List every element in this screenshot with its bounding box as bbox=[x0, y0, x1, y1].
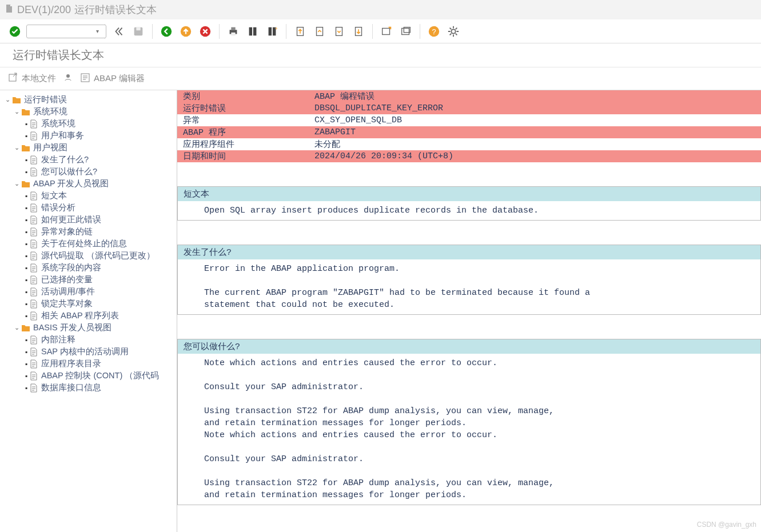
page-first-icon[interactable] bbox=[292, 23, 308, 39]
tree-item[interactable]: ▪关于在何处终止的信息 bbox=[1, 238, 176, 250]
tree-item[interactable]: ▪异常对象的链 bbox=[1, 226, 176, 238]
command-field[interactable] bbox=[26, 25, 106, 38]
tree-item[interactable]: ▪ABAP 控制块 (CONT) （源代码 bbox=[1, 370, 176, 382]
page-down-icon[interactable] bbox=[331, 23, 347, 39]
new-session-icon[interactable] bbox=[378, 23, 395, 39]
watermark: CSDN @gavin_gxh bbox=[697, 521, 756, 529]
toolbar-separator bbox=[372, 24, 373, 39]
svg-rect-8 bbox=[231, 32, 235, 35]
info-row: 运行时错误DBSQL_DUPLICATE_KEY_ERROR bbox=[177, 102, 761, 114]
svg-point-19 bbox=[451, 29, 455, 33]
tree-item[interactable]: ▪短文本 bbox=[1, 190, 176, 202]
tree-item[interactable]: ▪SAP 内核中的活动调用 bbox=[1, 346, 176, 358]
bullet-icon: ▪ bbox=[24, 192, 29, 200]
expand-toggle-icon[interactable]: ⌄ bbox=[3, 96, 11, 103]
tree-item[interactable]: ▪您可以做什么? bbox=[1, 166, 176, 178]
breakpoint-icon bbox=[63, 73, 73, 85]
cancel-icon[interactable] bbox=[197, 23, 213, 39]
section-header: 您可以做什么? bbox=[178, 339, 760, 354]
tree-item[interactable]: ⌄用户视图 bbox=[1, 142, 176, 154]
tree-item[interactable]: ▪锁定共享对象 bbox=[1, 298, 176, 310]
info-row: 日期和时间2024/04/26 20:09:34 (UTC+8) bbox=[177, 150, 761, 162]
action-bar: 本地文件 ABAP 编辑器 bbox=[0, 67, 761, 90]
document-icon bbox=[29, 287, 39, 297]
tree-item-label: ABAP 控制块 (CONT) （源代码 bbox=[41, 370, 159, 381]
tree-item[interactable]: ⌄ABAP 开发人员视图 bbox=[1, 178, 176, 190]
page-up-icon[interactable] bbox=[312, 23, 328, 39]
svg-rect-11 bbox=[317, 27, 323, 35]
debug-action[interactable] bbox=[63, 73, 73, 85]
document-icon bbox=[29, 119, 39, 129]
svg-rect-2 bbox=[136, 27, 140, 30]
document-icon bbox=[29, 239, 39, 249]
bullet-icon: ▪ bbox=[24, 360, 29, 368]
window-title: 运行时错误长文本 bbox=[74, 3, 157, 17]
tree-item[interactable]: ▪系统环境 bbox=[1, 118, 176, 130]
section-body: Note which actions and entries caused th… bbox=[178, 354, 760, 505]
tree-item[interactable]: ▪用户和事务 bbox=[1, 130, 176, 142]
tree-item[interactable]: ▪如何更正此错误 bbox=[1, 214, 176, 226]
bullet-icon: ▪ bbox=[24, 264, 29, 272]
document-icon bbox=[29, 215, 39, 225]
svg-point-21 bbox=[66, 74, 70, 78]
info-key: 异常 bbox=[177, 114, 309, 126]
bullet-icon: ▪ bbox=[24, 384, 29, 392]
local-file-label: 本地文件 bbox=[22, 73, 56, 84]
tree-item[interactable]: ▪错误分析 bbox=[1, 202, 176, 214]
print-icon[interactable] bbox=[225, 23, 241, 39]
expand-toggle-icon[interactable]: ⌄ bbox=[13, 144, 21, 151]
tree-item[interactable]: ▪活动调用/事件 bbox=[1, 286, 176, 298]
document-icon bbox=[29, 155, 39, 165]
bullet-icon: ▪ bbox=[24, 276, 29, 284]
system-id: DEV(1)/200 bbox=[17, 4, 71, 16]
first-page-icon[interactable] bbox=[111, 23, 127, 39]
tree-item[interactable]: ▪系统字段的内容 bbox=[1, 262, 176, 274]
document-icon bbox=[29, 167, 39, 177]
save-icon[interactable] bbox=[130, 23, 146, 39]
document-icon bbox=[5, 4, 14, 16]
bullet-icon: ▪ bbox=[24, 132, 29, 140]
abap-editor-label: ABAP 编辑器 bbox=[94, 73, 145, 84]
shortcut-icon[interactable] bbox=[398, 23, 414, 39]
tree-item[interactable]: ▪相关 ABAP 程序列表 bbox=[1, 310, 176, 322]
page-title: 运行时错误长文本 bbox=[0, 43, 761, 67]
info-key: 类别 bbox=[177, 90, 309, 102]
tree-item[interactable]: ⌄系统环境 bbox=[1, 106, 176, 118]
page-last-icon[interactable] bbox=[350, 23, 366, 39]
accept-icon[interactable] bbox=[7, 23, 23, 39]
expand-toggle-icon[interactable]: ⌄ bbox=[13, 180, 21, 187]
tree-item[interactable]: ⌄BASIS 开发人员视图 bbox=[1, 322, 176, 334]
info-row: 类别ABAP 编程错误 bbox=[177, 90, 761, 102]
document-icon bbox=[29, 347, 39, 357]
error-info-table: 类别ABAP 编程错误运行时错误DBSQL_DUPLICATE_KEY_ERRO… bbox=[177, 90, 761, 162]
expand-toggle-icon[interactable]: ⌄ bbox=[13, 324, 21, 331]
tree-item[interactable]: ▪应用程序表目录 bbox=[1, 358, 176, 370]
settings-icon[interactable] bbox=[445, 23, 461, 39]
tree-item-label: 活动调用/事件 bbox=[41, 286, 95, 297]
expand-toggle-icon[interactable]: ⌄ bbox=[13, 108, 21, 115]
document-icon bbox=[29, 335, 39, 345]
document-icon bbox=[29, 311, 39, 321]
tree-item[interactable]: ▪源代码提取 （源代码已更改） bbox=[1, 250, 176, 262]
info-key: ABAP 程序 bbox=[177, 126, 309, 138]
folder-icon bbox=[21, 143, 31, 153]
document-icon bbox=[29, 191, 39, 201]
export-icon bbox=[8, 73, 18, 85]
find-next-icon[interactable]: + bbox=[264, 23, 280, 39]
abap-editor-action[interactable]: ABAP 编辑器 bbox=[80, 73, 145, 85]
tree-item[interactable]: ⌄运行时错误 bbox=[1, 94, 176, 106]
tree-item-label: 用户和事务 bbox=[41, 130, 84, 141]
find-icon[interactable] bbox=[245, 23, 261, 39]
tree-item-label: 发生了什么? bbox=[41, 154, 89, 165]
document-icon bbox=[29, 359, 39, 369]
tree-item-label: 应用程序表目录 bbox=[41, 358, 101, 369]
tree-item[interactable]: ▪内部注释 bbox=[1, 334, 176, 346]
tree-item[interactable]: ▪数据库接口信息 bbox=[1, 382, 176, 394]
help-icon[interactable]: ? bbox=[426, 23, 442, 39]
local-file-action[interactable]: 本地文件 bbox=[8, 73, 56, 85]
exit-icon[interactable] bbox=[178, 23, 194, 39]
tree-item[interactable]: ▪已选择的变量 bbox=[1, 274, 176, 286]
tree-item[interactable]: ▪发生了什么? bbox=[1, 154, 176, 166]
back-icon[interactable] bbox=[158, 23, 174, 39]
info-row: 异常CX_SY_OPEN_SQL_DB bbox=[177, 114, 761, 126]
